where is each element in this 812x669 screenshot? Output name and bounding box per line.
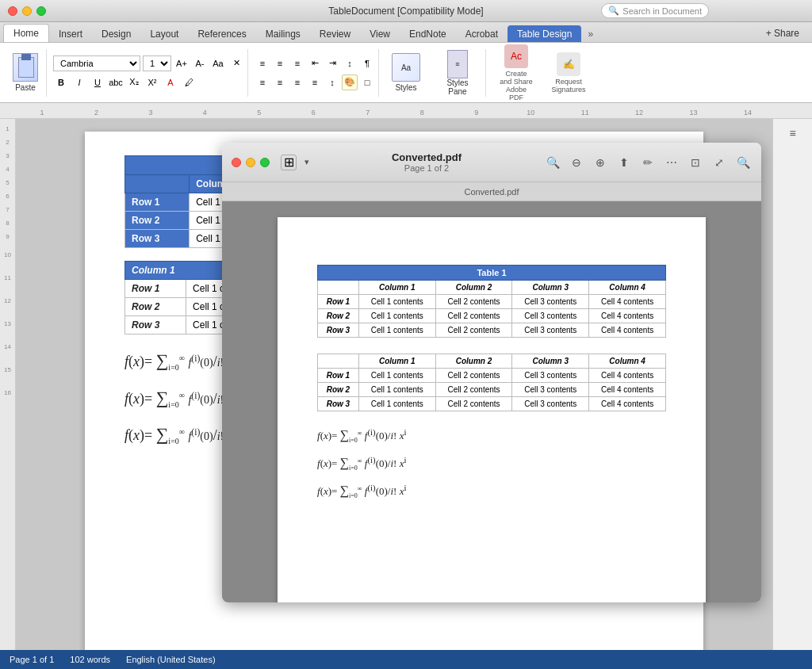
- pdf-zoom-out-icon[interactable]: ⊖: [568, 154, 585, 171]
- styles-pane-icon: ≡: [447, 50, 468, 78]
- partial-row2-label: Row 2: [125, 298, 186, 316]
- tab-view[interactable]: View: [360, 25, 400, 42]
- pdf-content-label: Converted.pdf: [464, 187, 519, 197]
- justify-button[interactable]: ≡: [307, 75, 323, 90]
- multilevel-list-button[interactable]: ≡: [289, 55, 305, 71]
- traffic-lights: [8, 6, 46, 16]
- tab-references[interactable]: References: [188, 25, 255, 42]
- pdf-view-toggle[interactable]: ⊞: [281, 155, 297, 170]
- search-icon: 🔍: [608, 6, 619, 16]
- pdf-page-info: Page 1 of 2: [314, 163, 539, 173]
- strikethrough-button[interactable]: abc: [108, 75, 124, 90]
- tab-home[interactable]: Home: [3, 24, 49, 42]
- search-placeholder: Search in Document: [622, 6, 702, 16]
- underline-button[interactable]: U: [90, 75, 105, 90]
- clear-format-button[interactable]: ✕: [228, 55, 244, 71]
- grow-font-button[interactable]: A+: [174, 55, 190, 71]
- tab-acrobat[interactable]: Acrobat: [456, 25, 508, 42]
- list-view-icon[interactable]: ≡: [781, 125, 805, 141]
- font-size-select[interactable]: 12: [143, 55, 171, 71]
- paste-group: Paste: [5, 49, 47, 97]
- paste-button[interactable]: Paste: [8, 50, 43, 95]
- shading-button[interactable]: 🎨: [342, 75, 358, 90]
- pdf-maximize-button[interactable]: [260, 158, 270, 167]
- pdf-table-row: Row 3 Cell 1 contents Cell 2 contents Ce…: [318, 397, 666, 411]
- row2-label: Row 2: [125, 212, 190, 230]
- pdf-table-row: Row 1 Cell 1 contents Cell 2 contents Ce…: [318, 369, 666, 383]
- maximize-button[interactable]: [36, 6, 46, 16]
- font-color-button[interactable]: A: [163, 75, 178, 90]
- subscript-button[interactable]: X₂: [126, 75, 142, 90]
- styles-label: Styles: [395, 83, 416, 92]
- request-signatures-button[interactable]: ✍ Request Signatures: [545, 49, 592, 97]
- bullets-button[interactable]: ≡: [255, 55, 270, 71]
- styles-pane-button[interactable]: ≡ Styles Pane: [433, 47, 482, 99]
- pdf-view-dropdown[interactable]: ▾: [304, 157, 309, 167]
- tab-more[interactable]: »: [581, 25, 599, 42]
- document-area[interactable]: Table 1 Column 1 Column 2 Column 3 Colum…: [16, 119, 772, 650]
- borders-button[interactable]: □: [359, 75, 375, 90]
- show-marks-button[interactable]: ¶: [359, 55, 375, 71]
- pdf-title-info: Converted.pdf Page 1 of 2: [314, 151, 539, 173]
- ribbon-toolbar: Paste Cambria 12 A+ A- Aa ✕ B I U abc: [0, 43, 812, 103]
- italic-button[interactable]: I: [71, 75, 87, 90]
- pdf-find-icon[interactable]: 🔍: [734, 154, 752, 171]
- center-button[interactable]: ≡: [272, 75, 288, 90]
- pdf-close-button[interactable]: [232, 158, 241, 167]
- tab-design[interactable]: Design: [92, 25, 140, 42]
- pdf-table-1: Table 1 Column 1 Column 2 Column 3 Colum…: [317, 265, 666, 338]
- styles-group: Aa Styles ≡ Styles Pane: [382, 49, 486, 97]
- word-count-status: 102 words: [70, 655, 110, 664]
- app-title: TableDocument [Compatibility Mode]: [328, 6, 483, 17]
- tab-insert[interactable]: Insert: [49, 25, 92, 42]
- pdf-table-row: Row 3 Cell 1 contents Cell 2 contents Ce…: [318, 323, 666, 338]
- main-area: 1 2 3 4 5 6 7 8 9 10 11 12 13 14 15 16 T…: [0, 119, 812, 650]
- pdf-viewer: ⊞ ▾ Converted.pdf Page 1 of 2 🔍 ⊖ ⊕ ⬆ ✏ …: [222, 143, 761, 602]
- row1-label: Row 1: [125, 193, 190, 212]
- pdf-annotate-icon[interactable]: ✏: [639, 154, 657, 171]
- adobe-icon: Ac: [504, 44, 528, 68]
- ribbon-tabs: Home Insert Design Layout References Mai…: [0, 22, 812, 43]
- numbering-button[interactable]: ≡: [272, 55, 288, 71]
- pdf-table-1-header-row: Column 1 Column 2 Column 3 Column 4: [318, 281, 666, 295]
- align-left-button[interactable]: ≡: [255, 75, 270, 90]
- align-right-button[interactable]: ≡: [289, 75, 305, 90]
- title-bar: TableDocument [Compatibility Mode] 🔍 Sea…: [0, 0, 812, 22]
- tab-layout[interactable]: Layout: [140, 25, 188, 42]
- decrease-indent-button[interactable]: ⇤: [307, 55, 323, 71]
- sort-button[interactable]: ↕: [342, 55, 358, 71]
- create-share-adobe-button[interactable]: Ac Create and Share Adobe PDF: [492, 41, 540, 105]
- styles-button[interactable]: Aa Styles: [385, 50, 427, 95]
- tab-endnote[interactable]: EndNote: [400, 25, 456, 42]
- tab-table-design[interactable]: Table Design: [508, 25, 581, 42]
- pdf-content[interactable]: Table 1 Column 1 Column 2 Column 3 Colum…: [222, 201, 761, 602]
- pdf-expand-icon[interactable]: ⤢: [710, 154, 728, 171]
- pdf-minimize-button[interactable]: [246, 158, 255, 167]
- close-button[interactable]: [8, 6, 17, 16]
- bold-button[interactable]: B: [53, 75, 69, 90]
- shrink-font-button[interactable]: A-: [192, 55, 208, 71]
- font-case-button[interactable]: Aa: [210, 55, 226, 71]
- highlight-button[interactable]: 🖊: [181, 75, 197, 90]
- line-spacing-button[interactable]: ↕: [324, 75, 340, 90]
- pdf-table-2: Column 1 Column 2 Column 3 Column 4 Row …: [317, 354, 666, 411]
- share-button[interactable]: + Share: [760, 25, 806, 42]
- font-controls: Cambria 12 A+ A- Aa ✕ B I U abc X₂ X² A …: [53, 55, 244, 90]
- minimize-button[interactable]: [22, 6, 32, 16]
- pdf-more-icon[interactable]: ⋯: [663, 154, 680, 171]
- pdf-share-icon[interactable]: ⬆: [615, 154, 633, 171]
- increase-indent-button[interactable]: ⇥: [324, 55, 340, 71]
- font-name-select[interactable]: Cambria: [53, 55, 140, 71]
- search-box[interactable]: 🔍 Search in Document: [601, 3, 709, 18]
- pdf-zoom-in-icon[interactable]: ⊕: [592, 154, 609, 171]
- column-view-icon[interactable]: ▤: [808, 125, 813, 141]
- pdf-content-bar: Converted.pdf: [222, 182, 761, 201]
- pdf-title-bar: ⊞ ▾ Converted.pdf Page 1 of 2 🔍 ⊖ ⊕ ⬆ ✏ …: [222, 143, 761, 182]
- pdf-table-row: Row 1 Cell 1 contents Cell 2 contents Ce…: [318, 295, 666, 309]
- pdf-pages-icon[interactable]: ⊡: [687, 154, 704, 171]
- superscript-button[interactable]: X²: [144, 75, 160, 90]
- tab-mailings[interactable]: Mailings: [256, 25, 310, 42]
- pdf-t1-col3-header: Column 3: [512, 281, 589, 295]
- tab-review[interactable]: Review: [310, 25, 360, 42]
- pdf-search-icon[interactable]: 🔍: [544, 154, 561, 171]
